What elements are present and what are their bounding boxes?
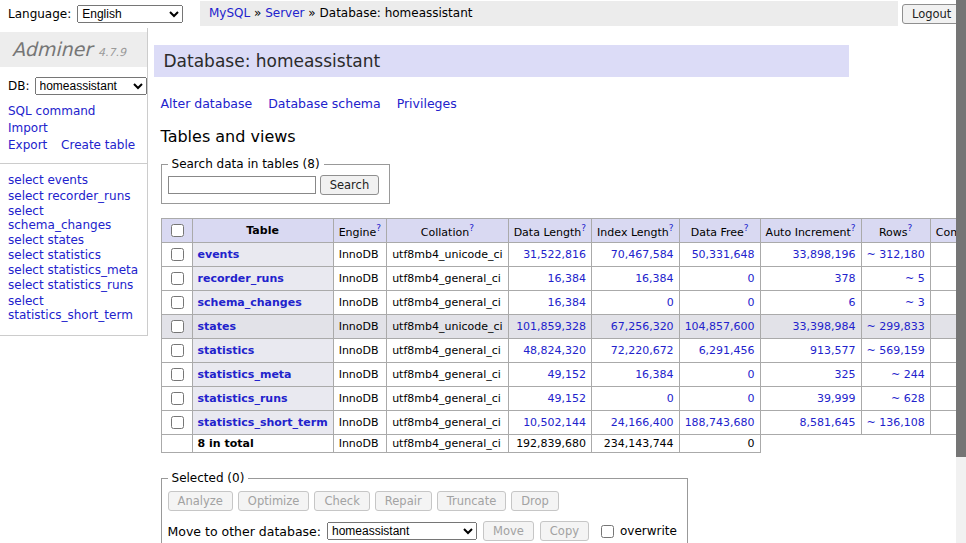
check-button[interactable]: Check — [314, 491, 369, 511]
data-length-cell-link[interactable]: 49,152 — [548, 368, 587, 381]
rows-cell-link[interactable]: ~ 569,159 — [867, 344, 925, 357]
index-length-cell-link[interactable]: 0 — [667, 392, 674, 405]
index-length-cell-link[interactable]: 24,166,400 — [611, 416, 674, 429]
index-length-cell-link[interactable]: 72,220,672 — [611, 344, 674, 357]
auto-increment-cell-link[interactable]: 39,999 — [817, 392, 856, 405]
truncate-button[interactable]: Truncate — [437, 491, 507, 511]
index-length-cell-link[interactable]: 70,467,584 — [611, 248, 674, 261]
repair-button[interactable]: Repair — [375, 491, 432, 511]
row-checkbox[interactable] — [171, 344, 184, 357]
drop-button[interactable]: Drop — [511, 491, 559, 511]
sidebar-table-link-select-schema-changes[interactable]: select schema_changes — [8, 204, 111, 232]
row-checkbox[interactable] — [171, 296, 184, 309]
data-free-cell-link[interactable]: 188,743,680 — [685, 416, 755, 429]
analyze-button[interactable]: Analyze — [168, 491, 233, 511]
rows-cell-link[interactable]: ~ 3 — [905, 296, 925, 309]
sidebar-table-link-select-statistics-runs[interactable]: select statistics_runs — [8, 278, 133, 292]
breadcrumb-link-mysql[interactable]: MySQL — [209, 6, 250, 20]
auto-increment-cell-link[interactable]: 913,577 — [810, 344, 856, 357]
sidebar-table-link-select-statistics-short-term[interactable]: select statistics_short_term — [8, 294, 133, 322]
sidebar-table-link-select-states[interactable]: select states — [8, 233, 84, 247]
help-link[interactable]: ? — [908, 223, 913, 233]
index-length-cell-link[interactable]: 67,256,320 — [611, 320, 674, 333]
rows-cell-link[interactable]: ~ 628 — [891, 392, 925, 405]
index-length-cell-link[interactable]: 16,384 — [635, 368, 674, 381]
select-all-checkbox[interactable] — [171, 224, 184, 237]
help-link[interactable]: ? — [581, 223, 586, 233]
data-length-cell-link[interactable]: 31,522,816 — [523, 248, 586, 261]
table-name-link[interactable]: statistics_short_term — [198, 416, 328, 429]
data-length-cell-link[interactable]: 49,152 — [548, 392, 587, 405]
move-button[interactable]: Move — [483, 521, 534, 541]
data-length-cell-link[interactable]: 16,384 — [548, 272, 587, 285]
scrollbar[interactable] — [956, 0, 966, 543]
auto-increment-cell-link[interactable]: 8,581,645 — [800, 416, 856, 429]
breadcrumb-link-server[interactable]: Server — [265, 6, 304, 20]
table-name-link[interactable]: statistics_runs — [198, 392, 288, 405]
auto-increment-cell-link[interactable]: 6 — [849, 296, 856, 309]
data-free-cell-link[interactable]: 6,291,456 — [699, 344, 755, 357]
table-name-link[interactable]: recorder_runs — [198, 272, 284, 285]
table-name-link[interactable]: statistics_meta — [198, 368, 292, 381]
data-free-cell-link[interactable]: 50,331,648 — [692, 248, 755, 261]
language-select[interactable]: English — [77, 5, 183, 23]
db-select[interactable]: homeassistant — [35, 77, 147, 95]
data-free-cell-link[interactable]: 0 — [748, 368, 755, 381]
data-length-cell-link[interactable]: 48,824,320 — [523, 344, 586, 357]
rows-cell-link[interactable]: ~ 312,180 — [867, 248, 925, 261]
help-link[interactable]: ? — [851, 223, 856, 233]
table-name-link[interactable]: events — [198, 248, 240, 261]
rows-cell-link[interactable]: ~ 299,833 — [867, 320, 925, 333]
data-free-cell-link[interactable]: 0 — [748, 296, 755, 309]
sidebar-table-link-select-statistics-meta[interactable]: select statistics_meta — [8, 263, 138, 277]
auto-increment-cell-link[interactable]: 33,398,984 — [793, 320, 856, 333]
data-free-cell-link[interactable]: 104,857,600 — [685, 320, 755, 333]
sidebar-link-sql-command[interactable]: SQL command — [8, 104, 95, 118]
row-checkbox[interactable] — [171, 392, 184, 405]
copy-button[interactable]: Copy — [540, 521, 589, 541]
logout-button[interactable]: Logout — [902, 4, 961, 24]
row-checkbox[interactable] — [171, 320, 184, 333]
sidebar-table-link-select-statistics[interactable]: select statistics — [8, 248, 101, 262]
data-length-cell-link[interactable]: 10,502,144 — [523, 416, 586, 429]
auto-increment-cell-link[interactable]: 325 — [835, 368, 856, 381]
sidebar-link-import[interactable]: Import — [8, 121, 48, 135]
overwrite-checkbox[interactable] — [601, 525, 614, 538]
data-length-cell-link[interactable]: 101,859,328 — [516, 320, 586, 333]
scrollbar-thumb[interactable] — [956, 0, 966, 457]
search-input[interactable] — [168, 176, 316, 194]
help-link[interactable]: ? — [376, 223, 381, 233]
sidebar-table-link-select-recorder-runs[interactable]: select recorder_runs — [8, 189, 131, 203]
index-length-cell-link[interactable]: 16,384 — [635, 272, 674, 285]
move-db-select[interactable]: homeassistant — [327, 522, 477, 540]
index-length-cell-link[interactable]: 0 — [667, 296, 674, 309]
help-link[interactable]: ? — [469, 223, 474, 233]
db-link-database-schema[interactable]: Database schema — [268, 96, 380, 111]
data-free-cell-link[interactable]: 0 — [748, 392, 755, 405]
sidebar-link-create-table[interactable]: Create table — [61, 138, 135, 152]
table-name-link[interactable]: schema_changes — [198, 296, 302, 309]
row-checkbox[interactable] — [171, 368, 184, 381]
rows-cell-link[interactable]: ~ 244 — [891, 368, 925, 381]
auto-increment-cell-link[interactable]: 33,898,196 — [793, 248, 856, 261]
sidebar-link-export[interactable]: Export — [8, 138, 47, 152]
db-link-alter-database[interactable]: Alter database — [161, 96, 253, 111]
help-link[interactable]: ? — [744, 223, 749, 233]
sidebar-table-link-select-events[interactable]: select events — [8, 173, 88, 187]
optimize-button[interactable]: Optimize — [238, 491, 310, 511]
row-checkbox[interactable] — [171, 416, 184, 429]
data-length-cell-link[interactable]: 16,384 — [548, 296, 587, 309]
rows-cell-link[interactable]: ~ 136,108 — [867, 416, 925, 429]
db-link-privileges[interactable]: Privileges — [397, 96, 457, 111]
table-name-link[interactable]: statistics — [198, 344, 255, 357]
help-link[interactable]: ? — [669, 223, 674, 233]
row-checkbox[interactable] — [171, 272, 184, 285]
auto-increment-cell-link[interactable]: 378 — [835, 272, 856, 285]
row-checkbox[interactable] — [171, 248, 184, 261]
data-free-cell-link[interactable]: 0 — [748, 272, 755, 285]
engine-cell: InnoDB — [333, 243, 386, 267]
column-header-collation: Collation? — [387, 219, 508, 243]
search-button[interactable]: Search — [320, 175, 380, 195]
table-name-link[interactable]: states — [198, 320, 237, 333]
rows-cell-link[interactable]: ~ 5 — [905, 272, 925, 285]
